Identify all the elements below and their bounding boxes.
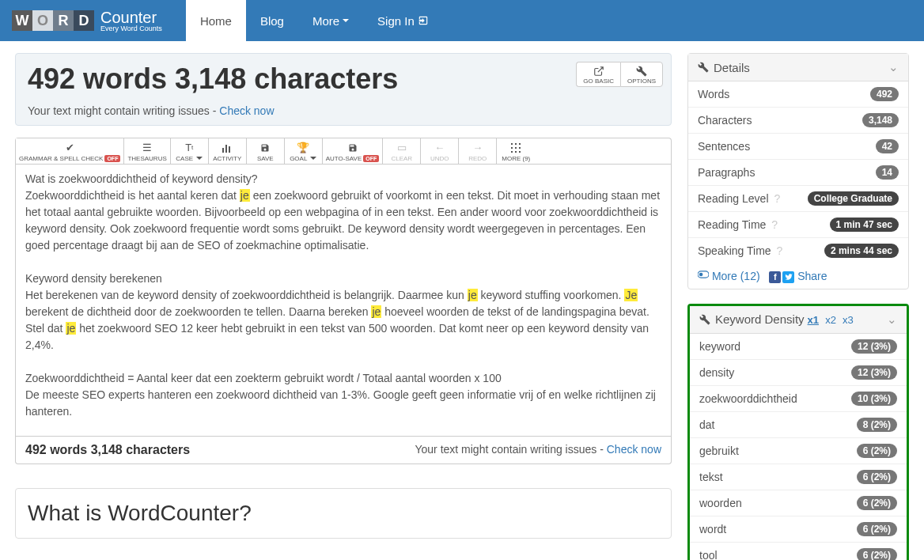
svg-rect-4 [515, 143, 517, 145]
logo[interactable]: W O R D Counter Every Word Counts [12, 9, 162, 32]
details-panel: Details ⌄ Words492Characters3,148Sentenc… [687, 53, 909, 289]
wrench-icon [698, 62, 709, 73]
kd-word: woorden [699, 497, 742, 509]
kd-x3[interactable]: x3 [843, 314, 854, 326]
toggle-icon [698, 269, 709, 280]
kd-word: density [699, 366, 734, 379]
go-basic-label: GO BASIC [583, 78, 614, 85]
count-header: 492 words 3,148 characters GO BASIC OPTI… [15, 53, 672, 126]
go-basic-button[interactable]: GO BASIC [576, 62, 620, 87]
nav-more[interactable]: More [298, 0, 363, 41]
navbar: W O R D Counter Every Word Counts Home B… [0, 0, 924, 41]
facebook-icon[interactable]: f [769, 271, 781, 283]
book-icon: ☰ [142, 142, 152, 154]
svg-rect-11 [519, 151, 521, 153]
kd-row: zoekwoorddichtheid10 (3%) [690, 386, 907, 412]
editor-paragraph: De meeste SEO experts hanteren een zoekw… [25, 387, 661, 420]
check-now-link[interactable]: Check now [219, 104, 274, 117]
activity-button[interactable]: ACTIVITY [209, 138, 247, 164]
svg-rect-5 [519, 143, 521, 145]
svg-point-13 [699, 273, 703, 277]
editor-paragraph: Zoekwoorddichtheid = Aantal keer dat een… [25, 370, 661, 387]
text-editor[interactable]: Wat is zoekwoorddichtheid of keyword den… [15, 164, 672, 437]
kd-row: wordt6 (2%) [690, 516, 907, 543]
writing-issues-notice: Your text might contain writing issues -… [28, 104, 659, 117]
kd-value-badge: 8 (2%) [857, 418, 897, 432]
grid-icon [511, 142, 521, 154]
nav-signin[interactable]: Sign In [363, 0, 443, 41]
details-label: Paragraphs [698, 166, 755, 179]
footer-count: 492 words 3,148 characters [25, 443, 190, 457]
svg-rect-0 [222, 148, 224, 153]
highlight: je [66, 322, 76, 335]
grammar-check-button[interactable]: ✔GRAMMAR & SPELL CHECKOFF [16, 138, 124, 164]
nav-blog[interactable]: Blog [246, 0, 298, 41]
goal-button[interactable]: 🏆GOAL [285, 138, 323, 164]
redo-icon: → [472, 142, 483, 154]
details-title: Details [714, 61, 750, 74]
details-row: Reading Level ?College Graduate [688, 186, 908, 212]
details-label: Words [698, 88, 729, 100]
check-now-link[interactable]: Check now [607, 443, 661, 456]
undo-button[interactable]: ←UNDO [421, 138, 459, 164]
details-label: Speaking Time ? [698, 244, 782, 257]
kd-row: tekst6 (2%) [690, 464, 907, 490]
help-icon[interactable]: ? [774, 192, 780, 205]
trophy-icon: 🏆 [297, 142, 309, 154]
details-row: Speaking Time ?2 mins 44 sec [688, 238, 908, 263]
kd-row: tool6 (2%) [690, 543, 907, 560]
kd-word: tekst [699, 471, 723, 483]
kd-value-badge: 6 (2%) [857, 548, 897, 560]
more-button[interactable]: MORE (9) [497, 138, 535, 164]
details-value-badge: 2 mins 44 sec [824, 244, 899, 258]
help-icon[interactable]: ? [777, 244, 783, 257]
details-label: Reading Level ? [698, 192, 780, 205]
word-char-count: 492 words 3,148 characters [28, 63, 659, 95]
case-icon: Tt [185, 142, 193, 154]
undo-icon: ← [434, 142, 445, 154]
chevron-down-icon: ⌄ [888, 60, 899, 74]
caret-icon [310, 157, 316, 160]
case-button[interactable]: TtCASE [171, 138, 209, 164]
details-label: Reading Time ? [698, 218, 778, 231]
kd-title: Keyword Density [715, 312, 805, 326]
details-value-badge: 3,148 [862, 113, 899, 127]
twitter-icon[interactable] [782, 271, 794, 283]
off-badge: OFF [104, 155, 120, 162]
off-badge: OFF [363, 155, 379, 162]
details-value-badge: 492 [870, 87, 899, 101]
details-label: Characters [698, 114, 752, 127]
more-link[interactable]: More (12) [712, 270, 760, 282]
kd-x1[interactable]: x1 [808, 314, 819, 326]
options-button[interactable]: OPTIONS [620, 62, 663, 87]
details-row: Paragraphs14 [688, 160, 908, 186]
details-value-badge: 42 [876, 139, 899, 153]
details-row: Words492 [688, 81, 908, 108]
kd-x2[interactable]: x2 [825, 314, 836, 326]
kd-header[interactable]: Keyword Density x1 x2 x3 ⌄ [690, 306, 907, 334]
kd-word: keyword [699, 340, 740, 353]
redo-button[interactable]: →REDO [459, 138, 497, 164]
details-value-badge: College Graduate [808, 191, 899, 206]
help-icon[interactable]: ? [771, 218, 778, 231]
kd-row: density12 (3%) [690, 360, 907, 386]
nav-home[interactable]: Home [186, 0, 246, 41]
kd-value-badge: 6 (2%) [857, 496, 897, 510]
save-button[interactable]: SAVE [247, 138, 285, 164]
kd-row: keyword12 (3%) [690, 334, 907, 360]
autosave-button[interactable]: AUTO-SAVEOFF [323, 138, 384, 164]
share-link[interactable]: Share [797, 270, 827, 282]
nav-more-label: More [312, 14, 339, 28]
logo-letter: R [53, 10, 74, 31]
thesaurus-button[interactable]: ☰THESAURUS [124, 138, 170, 164]
details-header[interactable]: Details ⌄ [688, 54, 908, 81]
kd-row: dat8 (2%) [690, 412, 907, 438]
logo-letter: O [32, 10, 53, 31]
clear-button[interactable]: ▭CLEAR [383, 138, 421, 164]
details-row: Characters3,148 [688, 108, 908, 134]
highlight: je [240, 189, 250, 202]
options-label: OPTIONS [627, 78, 656, 85]
wrench-icon [636, 66, 647, 77]
logo-letter: D [74, 10, 94, 31]
editor-paragraph: Het berekenen van de keyword density of … [25, 287, 661, 354]
